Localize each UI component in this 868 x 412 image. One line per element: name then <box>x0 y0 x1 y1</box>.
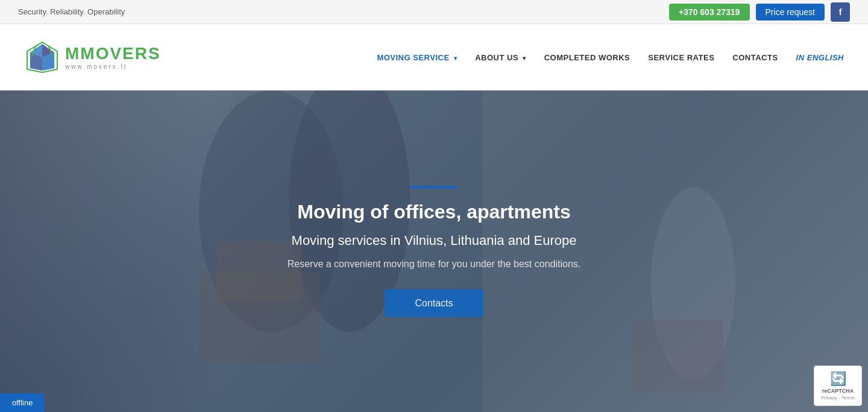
offline-badge: offline <box>0 393 45 412</box>
logo[interactable]: MMOVERS www.movers.lt <box>24 39 161 75</box>
top-bar: Security. Reliability. Operability +370 … <box>0 0 868 24</box>
nav-item-about-us[interactable]: ABOUT US ▾ <box>475 52 526 63</box>
facebook-button[interactable]: f <box>831 2 850 22</box>
recaptcha-sublabel: Privacy - Terms <box>819 395 857 401</box>
nav-links: MOVING SERVICE ▾ ABOUT US ▾ COMPLETED WO… <box>377 52 844 63</box>
hero-divider <box>410 186 458 188</box>
chevron-down-icon: ▾ <box>523 55 526 62</box>
logo-icon <box>24 39 60 75</box>
phone-button[interactable]: +370 603 27319 <box>669 4 750 21</box>
hero-subtitle: Moving services in Vilnius, Lithuania an… <box>223 232 645 248</box>
nav-item-completed-works[interactable]: COMPLETED WORKS <box>544 52 631 63</box>
nav-item-language[interactable]: IN ENGLISH <box>796 52 844 63</box>
hero-title: Moving of offices, apartments <box>223 200 645 223</box>
recaptcha-icon: 🔄 <box>819 371 857 387</box>
nav-link-service-rates[interactable]: SERVICE RATES <box>648 53 714 62</box>
chevron-down-icon: ▾ <box>454 55 458 62</box>
navbar: MMOVERS www.movers.lt MOVING SERVICE ▾ A… <box>0 24 868 90</box>
price-request-button[interactable]: Price request <box>756 4 825 21</box>
tagline: Security. Reliability. Operability <box>18 7 125 16</box>
top-bar-actions: +370 603 27319 Price request f <box>669 2 850 22</box>
nav-link-moving-service[interactable]: MOVING SERVICE ▾ <box>377 53 457 62</box>
nav-item-contacts[interactable]: CONTACTS <box>732 52 778 63</box>
logo-url: www.movers.lt <box>65 63 161 70</box>
nav-link-about-us[interactable]: ABOUT US ▾ <box>475 53 526 62</box>
hero-description: Reserve a convenient moving time for you… <box>223 256 645 271</box>
logo-text: MMOVERS www.movers.lt <box>65 44 161 70</box>
recaptcha-label: reCAPTCHA <box>819 388 857 394</box>
hero-content: Moving of offices, apartments Moving ser… <box>223 186 645 317</box>
contacts-cta-button[interactable]: Contacts <box>385 289 483 317</box>
logo-brand: MMOVERS <box>65 44 161 63</box>
hero-section: Moving of offices, apartments Moving ser… <box>0 90 868 412</box>
nav-link-contacts[interactable]: CONTACTS <box>732 53 778 62</box>
nav-item-moving-service[interactable]: MOVING SERVICE ▾ <box>377 52 457 63</box>
recaptcha-widget: 🔄 reCAPTCHA Privacy - Terms <box>814 366 862 406</box>
nav-link-language[interactable]: IN ENGLISH <box>796 53 844 62</box>
nav-item-service-rates[interactable]: SERVICE RATES <box>648 52 714 63</box>
nav-link-completed-works[interactable]: COMPLETED WORKS <box>544 53 631 62</box>
